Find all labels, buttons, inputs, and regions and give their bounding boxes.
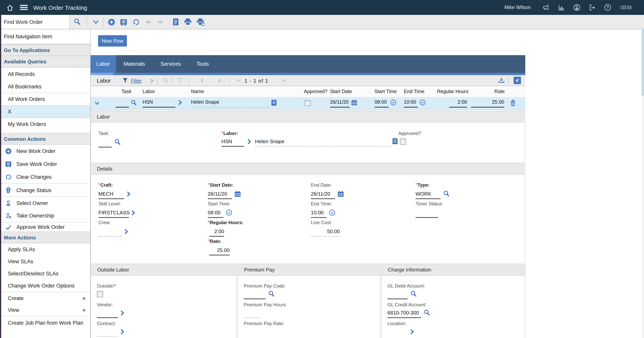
logout-icon[interactable] bbox=[589, 4, 596, 11]
sidebar-action-select-owner[interactable]: Select Owner bbox=[0, 196, 90, 209]
find-work-order-input[interactable]: Find Work Order bbox=[0, 15, 70, 29]
contract-detail-icon[interactable] bbox=[120, 329, 124, 334]
previous-page-icon[interactable] bbox=[236, 78, 241, 83]
sidebar-header-more-actions[interactable]: More Actions bbox=[0, 232, 90, 243]
gl-debit-account-field[interactable] bbox=[388, 291, 408, 299]
sidebar-action-create[interactable]: Create▶ bbox=[0, 292, 90, 304]
filter-icon[interactable] bbox=[122, 77, 128, 84]
next-page-icon[interactable] bbox=[281, 78, 287, 83]
premium-pay-hours-field[interactable] bbox=[244, 310, 259, 318]
tab-materials[interactable]: Materials bbox=[116, 55, 153, 73]
row-rate-field[interactable]: 25.00 bbox=[471, 99, 504, 108]
labor-section-header[interactable]: Labor bbox=[90, 111, 525, 122]
craft-detail-icon[interactable] bbox=[126, 191, 130, 197]
minimize-table-icon[interactable] bbox=[514, 77, 521, 84]
sidebar-item-all-records[interactable]: All Records bbox=[0, 68, 90, 80]
row-name-field[interactable]: Helen Snape bbox=[191, 99, 269, 108]
sidebar-header-goto[interactable]: Go To Applications bbox=[0, 44, 90, 56]
filter-link[interactable]: Filter bbox=[131, 78, 142, 84]
table-search-icon[interactable] bbox=[162, 77, 169, 84]
row-calendar-icon[interactable] bbox=[351, 99, 357, 106]
sidebar-action-create-job-plan[interactable]: Create Job Plan from Work Plan bbox=[0, 316, 90, 329]
row-labor-field[interactable]: HSN bbox=[142, 99, 175, 108]
user-name[interactable]: Mike Wilson bbox=[504, 5, 531, 10]
clear-changes-icon[interactable] bbox=[132, 18, 140, 26]
row-start-date-field[interactable]: 26/11/20 bbox=[330, 99, 350, 108]
next-record-icon[interactable] bbox=[157, 19, 164, 26]
home-icon[interactable] bbox=[6, 4, 14, 11]
outside-labor-header[interactable]: Outside Labor bbox=[91, 264, 236, 276]
start-time-clock-icon[interactable] bbox=[226, 209, 232, 216]
vendor-detail-icon[interactable] bbox=[120, 310, 124, 316]
end-time-field[interactable]: 10:00 bbox=[311, 210, 326, 218]
vendor-field[interactable] bbox=[97, 310, 118, 318]
print-icon[interactable] bbox=[184, 18, 192, 26]
sidebar-header-common-actions[interactable]: Common Actions bbox=[0, 133, 90, 145]
row-start-time-field[interactable]: 08:00 bbox=[374, 99, 388, 108]
skill-level-detail-icon[interactable] bbox=[131, 210, 135, 216]
type-lookup-icon[interactable] bbox=[443, 190, 450, 197]
clear-filter-icon[interactable] bbox=[177, 77, 184, 84]
sidebar-item-all-work-orders[interactable]: All Work Orders bbox=[0, 93, 90, 105]
find-navigation-input[interactable]: Find Navigation Item bbox=[0, 29, 90, 44]
tab-tools[interactable]: Tools bbox=[189, 55, 216, 73]
premium-pay-code-field[interactable] bbox=[244, 291, 266, 299]
sidebar-item-x[interactable]: X bbox=[0, 105, 90, 118]
sidebar-action-select-deselect-slas[interactable]: Select/Deselect SLAs bbox=[0, 268, 90, 280]
profile-icon[interactable] bbox=[573, 4, 580, 11]
sidebar-action-approve-work-order[interactable]: Approve Work Order bbox=[0, 222, 90, 232]
skill-level-field[interactable]: FIRSTCLASS bbox=[98, 210, 129, 218]
sidebar-action-view-slas[interactable]: View SLAs bbox=[0, 255, 90, 268]
timer-status-field[interactable] bbox=[416, 210, 438, 218]
crew-field[interactable] bbox=[98, 228, 122, 237]
sidebar-item-my-work-orders[interactable]: My Work Orders bbox=[0, 118, 90, 130]
end-time-clock-icon[interactable] bbox=[329, 209, 336, 216]
row-long-description-icon[interactable] bbox=[271, 99, 277, 106]
contract-field[interactable] bbox=[97, 328, 118, 337]
search-icon[interactable] bbox=[74, 18, 81, 26]
row-task-field[interactable] bbox=[116, 99, 129, 108]
gl-credit-account-field[interactable]: 6810-700-300 bbox=[388, 310, 421, 318]
print-attachments-icon[interactable] bbox=[196, 18, 204, 26]
sidebar-action-save-work-order[interactable]: Save Work Order bbox=[0, 158, 90, 171]
new-record-icon[interactable] bbox=[108, 18, 115, 26]
row-expand-icon[interactable] bbox=[94, 101, 100, 105]
reports-icon[interactable] bbox=[558, 4, 565, 11]
move-up-icon[interactable] bbox=[199, 77, 206, 84]
labor-name-field[interactable]: Helen Snape bbox=[255, 138, 390, 147]
move-down-icon[interactable] bbox=[216, 77, 222, 84]
new-row-button[interactable]: New Row bbox=[98, 35, 127, 47]
row-end-time-clock-icon[interactable] bbox=[420, 99, 426, 106]
tab-services[interactable]: Services bbox=[153, 55, 189, 73]
row-task-lookup-icon[interactable] bbox=[130, 99, 137, 106]
filter-expand-icon[interactable] bbox=[150, 79, 154, 83]
rate-field[interactable]: 25.00 bbox=[209, 247, 230, 255]
sidebar-action-take-ownership[interactable]: Take Ownership bbox=[0, 209, 90, 222]
crew-detail-icon[interactable] bbox=[124, 229, 128, 234]
start-date-field[interactable]: 26/11/20 bbox=[208, 191, 232, 199]
vertical-scrollbar-thumb[interactable] bbox=[642, 29, 644, 96]
row-labor-detail-icon[interactable] bbox=[178, 100, 182, 105]
outside-checkbox[interactable] bbox=[97, 291, 103, 297]
charge-information-header[interactable]: Charge Information bbox=[382, 264, 525, 276]
end-date-field[interactable]: 26/11/20 bbox=[311, 191, 335, 199]
type-field[interactable]: WORK bbox=[416, 191, 440, 199]
labor-field[interactable]: HSN bbox=[222, 138, 244, 147]
previous-record-icon[interactable] bbox=[145, 19, 152, 26]
craft-field[interactable]: MECH bbox=[98, 191, 124, 199]
task-lookup-icon[interactable] bbox=[114, 138, 121, 145]
row-end-time-field[interactable]: 10:00 bbox=[404, 99, 418, 108]
download-icon[interactable] bbox=[498, 77, 505, 84]
sidebar-action-change-work-order-options[interactable]: Change Work Order Options bbox=[0, 280, 90, 292]
line-cost-field[interactable]: 50.00 bbox=[311, 228, 340, 237]
regular-hours-field[interactable]: 2:00 bbox=[209, 228, 224, 237]
premium-pay-code-lookup-icon[interactable] bbox=[268, 290, 275, 297]
premium-pay-header[interactable]: Premium Pay bbox=[238, 264, 380, 276]
task-field[interactable] bbox=[98, 139, 112, 147]
sidebar-action-apply-slas[interactable]: Apply SLAs bbox=[0, 243, 90, 255]
labor-detail-icon[interactable] bbox=[247, 139, 251, 144]
details-section-header[interactable]: Details bbox=[90, 163, 525, 175]
gl-debit-lookup-icon[interactable] bbox=[410, 290, 417, 297]
report-icon[interactable] bbox=[172, 18, 179, 26]
end-date-calendar-icon[interactable] bbox=[338, 191, 344, 197]
